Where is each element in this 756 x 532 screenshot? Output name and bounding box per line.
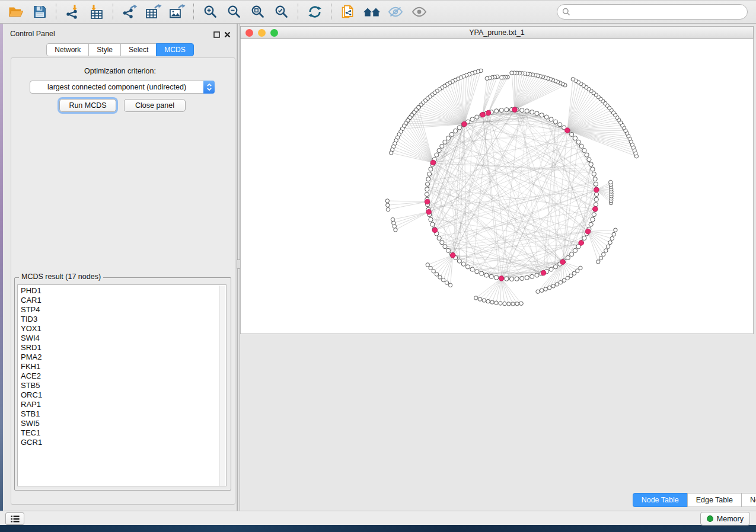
main-toolbar [0,0,756,24]
window-minimize-icon[interactable] [258,29,266,37]
mcds-result-item[interactable]: TEC1 [21,428,226,438]
mcds-result-item[interactable]: CAR1 [21,296,226,305]
tab-style[interactable]: Style [88,43,121,56]
memory-label: Memory [717,515,744,523]
mcds-result-item[interactable]: SRD1 [21,343,226,352]
mcds-result-item[interactable]: TID3 [21,315,226,324]
hide-selected-icon[interactable] [387,3,404,21]
zoom-fit-icon[interactable] [249,3,267,21]
export-table-icon[interactable] [145,3,162,21]
window-maximize-icon[interactable] [270,29,278,37]
mcds-result-item[interactable]: FKH1 [21,362,226,371]
status-bar [0,511,756,525]
select-stepper-icon [203,81,215,94]
import-table-icon[interactable] [88,3,106,21]
tab-node-table[interactable]: Node Table [633,493,688,507]
mcds-list-scrollbar[interactable] [219,286,225,486]
mcds-result-item[interactable]: PHD1 [21,286,226,296]
float-panel-icon[interactable] [213,30,220,40]
first-neighbors-icon[interactable] [363,3,381,21]
show-all-icon[interactable] [410,3,428,21]
memory-button[interactable]: Memory [700,512,750,525]
mcds-result-item[interactable]: STP4 [21,305,226,315]
network-window-title: YPA_prune.txt_1 [241,28,753,37]
window-close-icon[interactable] [245,29,253,37]
run-mcds-button[interactable]: Run MCDS [59,99,116,112]
mcds-result-item[interactable]: SWI4 [21,334,226,343]
table-panel: Table Panel [240,334,754,511]
mcds-result-item[interactable]: PMA2 [21,352,226,362]
mcds-result-item[interactable]: YOX1 [21,324,226,334]
zoom-in-icon[interactable] [202,3,219,21]
mcds-result-list[interactable]: PHD1CAR1STP4TID3YOX1SWI4SRD1PMA2FKH1ACE2… [17,284,227,486]
tab-network[interactable]: Network [46,43,89,56]
duplicate-network-icon[interactable] [339,3,357,21]
mcds-result-title: MCDS result (17 nodes) [19,273,103,281]
optimization-criterion-label: Optimization criterion: [3,67,237,75]
zoom-out-icon[interactable] [225,3,243,21]
tab-mcds[interactable]: MCDS [156,43,193,56]
network-canvas[interactable] [240,39,754,334]
tab-edge-table[interactable]: Edge Table [687,493,742,507]
search-input[interactable] [557,4,748,20]
memory-status-icon [707,515,713,522]
network-graph[interactable] [241,39,754,334]
refresh-view-icon[interactable] [306,3,324,21]
desktop-wallpaper [0,525,756,532]
mcds-result-item[interactable]: ACE2 [21,371,226,381]
window-edge [754,24,756,511]
mcds-result-item[interactable]: STB1 [21,409,226,419]
task-history-button[interactable] [5,512,24,525]
tab-network-table[interactable]: Network Table [741,493,756,507]
save-session-icon[interactable] [31,3,49,21]
mcds-result-item[interactable]: RAP1 [21,400,226,409]
tab-select[interactable]: Select [120,43,157,56]
export-network-icon[interactable] [121,3,139,21]
network-window-titlebar[interactable]: YPA_prune.txt_1 [240,26,754,39]
mcds-result-item[interactable]: ORC1 [21,390,226,400]
application-window: Control Panel Network Style Select MCDS … [0,0,756,532]
control-panel-tabs: Network Style Select MCDS [3,43,237,56]
control-panel-title: Control Panel [10,30,55,38]
close-panel-button[interactable]: Close panel [124,99,186,112]
close-panel-icon[interactable] [224,30,231,40]
criterion-selected-value: largest connected component (undirected) [30,83,203,91]
table-panel-tabs: Node Table Edge Table Network Table Moti… [486,493,756,507]
control-panel: Control Panel Network Style Select MCDS … [3,24,237,511]
open-file-icon[interactable] [7,3,25,21]
mcds-result-item[interactable]: SWI5 [21,419,226,428]
mcds-result-item[interactable]: GCR1 [21,438,226,447]
criterion-select[interactable]: largest connected component (undirected) [30,81,215,94]
mcds-result-item[interactable]: STB5 [21,381,226,390]
import-network-icon[interactable] [64,3,82,21]
zoom-selected-icon[interactable] [273,3,291,21]
export-image-icon[interactable] [168,3,186,21]
